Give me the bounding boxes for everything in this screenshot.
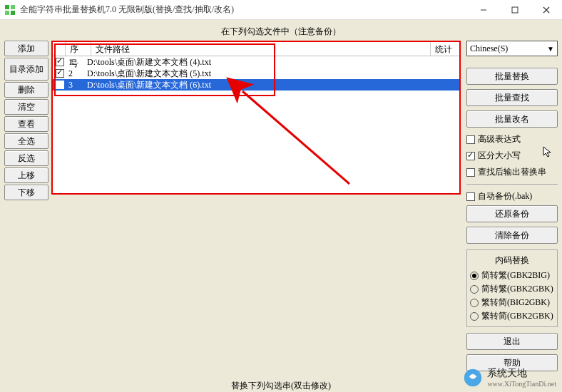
file-row-checkbox[interactable] [56, 69, 64, 78]
col-path[interactable]: 文件路径 [91, 42, 431, 56]
file-list-pane[interactable]: 序号 文件路径 统计 1D:\tools\桌面\新建文本文档 (4).txt2D… [51, 41, 461, 195]
file-row-checkbox[interactable] [56, 58, 64, 66]
clear-button[interactable]: 清空 [4, 99, 48, 115]
restore-backup-button[interactable]: 还原备份 [466, 205, 558, 222]
app-icon [4, 4, 16, 16]
move-down-button[interactable]: 下移 [4, 185, 48, 200]
file-row-checkbox[interactable] [56, 81, 64, 89]
watermark-url: www.XiTongTianDi.net [487, 380, 556, 388]
window-title: 全能字符串批量替换机7.0 无限制版(替换/查找/抽取/改名) [20, 4, 468, 16]
col-index[interactable]: 序号 [66, 42, 91, 56]
add-button[interactable]: 添加 [4, 41, 48, 56]
watermark: 系统天地 www.XiTongTianDi.net [463, 367, 556, 388]
adv-expression-checkbox[interactable]: 高级表达式 [466, 133, 558, 145]
invert-selection-button[interactable]: 反选 [4, 150, 48, 166]
file-row[interactable]: 1D:\tools\桌面\新建文本文档 (4).txt [53, 56, 459, 68]
file-list-header: 序号 文件路径 统计 [53, 42, 459, 56]
select-all-button[interactable]: 全选 [4, 133, 48, 149]
svg-rect-1 [11, 5, 15, 9]
enc-opt-1[interactable]: 简转繁(GBK2GBK) [470, 283, 554, 295]
clear-backup-button[interactable]: 清除备份 [466, 227, 558, 244]
language-select[interactable]: Chinese(S) ▼ [466, 41, 558, 56]
upper-section-label: 在下列勾选文件中（注意备份） [4, 26, 558, 38]
batch-search-button[interactable]: 批量查找 [466, 89, 558, 106]
case-sensitive-checkbox[interactable]: 区分大小写 [466, 150, 558, 162]
enc-opt-2[interactable]: 繁转简(BIG2GBK) [470, 296, 554, 309]
encoding-group: 内码替换 简转繁(GBK2BIG) 简转繁(GBK2GBK) 繁转简(BIG2G… [466, 249, 558, 327]
right-panel: Chinese(S) ▼ 批量替换 批量查找 批量改名 高级表达式 区分大小写 … [464, 41, 558, 374]
chevron-down-icon: ▼ [547, 45, 554, 53]
batch-rename-button[interactable]: 批量改名 [466, 110, 558, 128]
file-row-path: D:\tools\桌面\新建文本文档 (5).txt [87, 68, 459, 80]
file-row[interactable]: 3D:\tools\桌面\新建文本文档 (6).txt [53, 79, 459, 91]
file-row-path: D:\tools\桌面\新建文本文档 (6).txt [87, 79, 459, 91]
file-row-index: 1 [68, 57, 87, 68]
svg-rect-3 [11, 11, 15, 15]
auto-backup-checkbox[interactable]: 自动备份(.bak) [466, 190, 558, 202]
batch-replace-button[interactable]: 批量替换 [466, 68, 558, 85]
move-up-button[interactable]: 上移 [4, 167, 48, 183]
titlebar: 全能字符串批量替换机7.0 无限制版(替换/查找/抽取/改名) [0, 0, 562, 20]
file-row[interactable]: 2D:\tools\桌面\新建文本文档 (5).txt [53, 68, 459, 79]
enc-opt-0[interactable]: 简转繁(GBK2BIG) [470, 269, 554, 282]
svg-rect-5 [512, 7, 518, 13]
col-stat[interactable]: 统计 [431, 42, 459, 56]
file-row-index: 2 [68, 68, 87, 79]
maximize-button[interactable] [499, 0, 531, 20]
watermark-brand: 系统天地 [487, 367, 556, 380]
svg-rect-0 [5, 5, 9, 9]
watermark-logo-icon [463, 368, 483, 388]
delete-button[interactable]: 删除 [4, 82, 48, 98]
minimize-button[interactable] [468, 0, 499, 20]
encoding-group-title: 内码替换 [470, 254, 554, 267]
add-folder-button[interactable]: 目录添加 [4, 58, 48, 81]
enc-opt-3[interactable]: 繁转简(GBK2GBK) [470, 310, 554, 322]
file-row-index: 3 [68, 80, 87, 91]
upper-left-button-column: 添加 目录添加 删除 清空 查看 全选 反选 上移 下移 [4, 41, 48, 374]
language-value: Chinese(S) [470, 43, 508, 54]
close-button[interactable] [531, 0, 562, 20]
workspace: 在下列勾选文件中（注意备份） 添加 目录添加 删除 清空 查看 全选 反选 上移… [0, 20, 562, 392]
svg-rect-2 [5, 11, 9, 15]
view-button[interactable]: 查看 [4, 116, 48, 132]
exit-button[interactable]: 退出 [466, 333, 558, 350]
file-row-path: D:\tools\桌面\新建文本文档 (4).txt [87, 56, 459, 68]
output-after-search-checkbox[interactable]: 查找后输出替换串 [466, 166, 558, 178]
